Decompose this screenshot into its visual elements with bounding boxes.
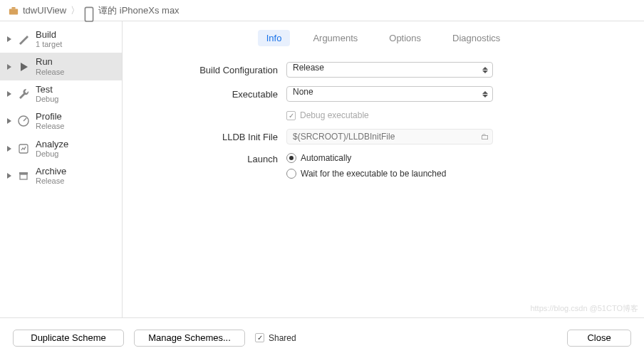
sidebar-item-build[interactable]: Build1 target [0,26,122,53]
manage-schemes-button[interactable]: Manage Schemes... [134,330,245,347]
launch-label: Launch [137,153,286,164]
play-icon [17,60,30,73]
radio-on-icon [286,153,296,163]
launch-auto-radio[interactable]: Automatically [286,153,543,163]
shared-checkbox[interactable]: Shared [255,333,296,343]
svg-rect-6 [20,174,27,179]
device-icon [84,6,94,15]
content-pane: Info Arguments Options Diagnostics Build… [123,21,644,317]
disclosure-icon [7,64,11,70]
sidebar-item-profile[interactable]: ProfileRelease [0,107,122,135]
launch-wait-radio[interactable]: Wait for the executable to be launched [286,169,543,179]
svg-rect-1 [11,6,15,9]
breadcrumb-project[interactable]: tdwUIView [23,5,66,16]
breadcrumb: tdwUIView 〉 谭的 iPhoneXs max [0,0,644,21]
sidebar-item-archive[interactable]: ArchiveRelease [0,162,122,189]
radio-off-icon [286,169,296,179]
duplicate-scheme-button[interactable]: Duplicate Scheme [13,330,124,347]
disclosure-icon [7,146,11,152]
chevron-right-icon: 〉 [71,4,80,17]
lldb-label: LLDB Init File [137,132,286,142]
close-button[interactable]: Close [567,330,631,347]
breadcrumb-target[interactable]: 谭的 iPhoneXs max [98,4,179,17]
executable-label: Executable [137,89,286,100]
lldb-init-field[interactable] [286,129,493,144]
build-config-label: Build Configuration [137,65,286,75]
disclosure-icon [7,36,11,42]
tab-info[interactable]: Info [258,30,291,46]
gauge-icon [17,115,30,127]
svg-rect-0 [9,9,18,14]
tab-options[interactable]: Options [380,30,430,46]
disclosure-icon [7,173,11,179]
watermark: https://blog.csdn @51CTO博客 [530,303,638,314]
scheme-sidebar: Build1 target RunRelease TestDebug Profi… [0,21,123,317]
sidebar-item-test[interactable]: TestDebug [0,80,122,107]
tab-bar: Info Arguments Options Diagnostics [137,30,630,46]
disclosure-icon [7,118,11,124]
archive-icon [17,169,30,182]
folder-icon[interactable]: 🗀 [481,132,489,142]
footer-bar: Duplicate Scheme Manage Schemes... Share… [0,317,644,357]
svg-rect-2 [85,7,93,21]
tab-arguments[interactable]: Arguments [304,30,366,46]
checkbox-icon [286,111,296,120]
build-config-select[interactable]: Release [286,62,493,78]
wrench-icon [17,88,30,100]
sidebar-item-run[interactable]: RunRelease [0,53,122,80]
sidebar-item-analyze[interactable]: AnalyzeDebug [0,135,122,162]
project-icon [9,6,19,15]
hammer-icon [17,33,30,46]
tab-diagnostics[interactable]: Diagnostics [444,30,509,46]
checkbox-icon [255,333,264,342]
disclosure-icon [7,91,11,97]
debug-executable-checkbox: Debug executable [286,110,493,120]
analyze-icon [17,142,30,155]
executable-select[interactable]: None [286,86,493,102]
